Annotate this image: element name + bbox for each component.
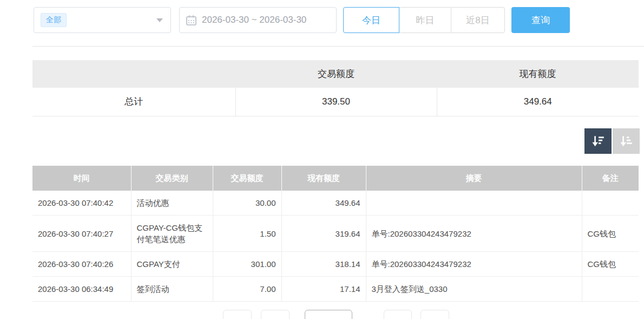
summary-header-row: 交易额度 现有额度 <box>32 60 639 88</box>
cell-remark: CG钱包 <box>582 216 639 252</box>
summary-header-transaction-amount: 交易额度 <box>235 60 437 88</box>
summary-header-blank <box>32 60 235 88</box>
pagination-page-input[interactable] <box>305 310 352 319</box>
col-header-remark: 备注 <box>582 166 639 191</box>
cell-type: 活动优惠 <box>131 191 213 216</box>
cell-summary: 单号:202603304243479232 <box>366 252 582 277</box>
pagination-prev-button[interactable] <box>261 310 290 319</box>
pagination-first-button[interactable] <box>223 310 252 319</box>
summary-total-row: 总计 339.50 349.64 <box>32 88 639 116</box>
cell-balance: 349.64 <box>281 191 366 216</box>
cell-summary <box>366 191 582 216</box>
sort-toolbar <box>584 128 640 154</box>
sort-ascending-button[interactable] <box>613 128 640 154</box>
cell-time: 2026-03-30 07:40:27 <box>32 216 131 252</box>
cell-type: 签到活动 <box>131 277 213 302</box>
cell-summary: 3月登入签到送_0330 <box>366 277 582 302</box>
cell-amount: 7.00 <box>213 277 281 302</box>
summary-total-label: 总计 <box>32 88 235 116</box>
table-row: 2026-03-30 07:40:42 活动优惠 30.00 349.64 <box>32 191 639 216</box>
summary-total-transaction-amount: 339.50 <box>235 88 437 116</box>
cell-summary: 单号:202603304243479232 <box>366 216 582 252</box>
toolbar-divider <box>32 46 644 47</box>
summary-total-current-amount: 349.64 <box>437 88 639 116</box>
transactions-table: 时间 交易类别 交易额度 现有额度 摘要 备注 2026-03-30 07:40… <box>32 166 639 302</box>
cell-balance: 319.64 <box>281 216 366 252</box>
sort-amount-asc-icon <box>619 134 633 148</box>
cell-time: 2026-03-30 07:40:42 <box>32 191 131 216</box>
cell-amount: 1.50 <box>213 216 281 252</box>
filter-toolbar: 全部 2026-03-30 ~ 2026-03-30 今日 昨日 近8日 查询 <box>34 7 570 33</box>
cell-balance: 17.14 <box>281 277 366 302</box>
chevron-down-icon <box>156 18 163 22</box>
cell-type: CGPAY支付 <box>131 252 213 277</box>
transaction-type-select[interactable]: 全部 <box>34 7 171 33</box>
cell-balance: 318.14 <box>281 252 366 277</box>
calendar-icon <box>186 15 196 25</box>
cell-amount: 30.00 <box>213 191 281 216</box>
summary-header-current-amount: 现有额度 <box>437 60 639 88</box>
cell-remark: CG钱包 <box>582 252 639 277</box>
last-8-days-button[interactable]: 近8日 <box>451 7 505 33</box>
date-range-value: 2026-03-30 ~ 2026-03-30 <box>202 15 306 25</box>
cell-type: CGPAY-CG钱包支付笔笔送优惠 <box>131 216 213 252</box>
yesterday-button[interactable]: 昨日 <box>399 7 451 33</box>
pagination-next-button[interactable] <box>384 310 412 319</box>
query-button[interactable]: 查询 <box>511 7 570 33</box>
cell-remark <box>582 191 639 216</box>
date-range-picker[interactable]: 2026-03-30 ~ 2026-03-30 <box>179 7 337 33</box>
table-row: 2026-03-30 07:40:27 CGPAY-CG钱包支付笔笔送优惠 1.… <box>32 216 639 252</box>
sort-descending-button[interactable] <box>584 128 612 154</box>
today-button[interactable]: 今日 <box>343 7 399 33</box>
selected-type-tag[interactable]: 全部 <box>41 13 67 27</box>
transaction-report-page: 全部 2026-03-30 ~ 2026-03-30 今日 昨日 近8日 查询 <box>0 0 644 319</box>
sort-amount-desc-icon <box>591 134 605 148</box>
table-row: 2026-03-30 07:40:26 CGPAY支付 301.00 318.1… <box>32 252 639 277</box>
pagination-last-button[interactable] <box>420 310 449 319</box>
transactions-header-row: 时间 交易类别 交易额度 现有额度 摘要 备注 <box>32 166 639 191</box>
cell-time: 2026-03-30 07:40:26 <box>32 252 131 277</box>
col-header-type: 交易类别 <box>131 166 213 191</box>
col-header-balance: 现有额度 <box>281 166 366 191</box>
cell-amount: 301.00 <box>213 252 281 277</box>
quick-range-group: 今日 昨日 近8日 <box>343 7 505 33</box>
table-row: 2026-03-30 06:34:49 签到活动 7.00 17.14 3月登入… <box>32 277 639 302</box>
col-header-amount: 交易额度 <box>213 166 281 191</box>
cell-time: 2026-03-30 06:34:49 <box>32 277 131 302</box>
col-header-time: 时间 <box>32 166 131 191</box>
summary-table: 交易额度 现有额度 总计 339.50 349.64 <box>32 60 639 116</box>
cell-remark <box>582 277 639 302</box>
col-header-summary: 摘要 <box>366 166 582 191</box>
